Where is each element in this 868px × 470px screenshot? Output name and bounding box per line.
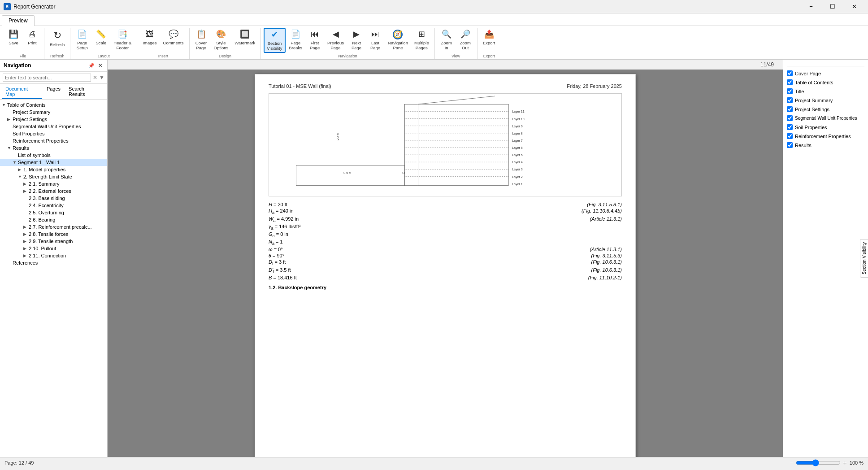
tree-item-strength-ls[interactable]: ▼ 2. Strength Limit State [0,173,107,180]
checkbox-soil-props[interactable] [787,124,793,130]
tree-item-references[interactable]: References [0,259,107,266]
soil-label: Soil Properties [13,131,105,136]
project-settings-toggle[interactable]: ▶ [7,117,13,122]
watermark-label: Watermark [234,40,255,45]
nav-close-button[interactable]: ✕ [96,62,104,69]
cover-page-button[interactable]: 📋 CoverPage [192,28,210,52]
style-options-button[interactable]: 🎨 StyleOptions [211,28,231,52]
tree-item-28-tensile[interactable]: ▶ 2.8. Tensile forces [0,231,107,238]
29-toggle[interactable]: ▶ [23,239,29,244]
svg-text:Layer 6: Layer 6 [512,146,523,150]
print-button[interactable]: 🖨 Print [23,28,41,47]
formulas-grid: H = 20 ft (Fig. 3.11.5.8.1) Ha = 240 in … [269,202,622,280]
save-button[interactable]: 💾 Save [4,28,22,47]
tree-item-model-props[interactable]: ▶ 1. Model properties [0,166,107,173]
tree-item-reinforcement[interactable]: Reinforcement Properties [0,137,107,144]
210-toggle[interactable]: ▶ [23,246,29,251]
page-setup-button[interactable]: 📄 PageSetup [73,28,91,52]
checkbox-segmental-wall[interactable] [787,115,793,121]
checkbox-toc[interactable] [787,79,793,85]
tree-item-25-overturning[interactable]: 2.5. Overturning [0,209,107,216]
images-button[interactable]: 🖼 Images [140,28,159,47]
label-segmental-wall: Segmental Wall Unit Properties [795,116,857,121]
tab-preview[interactable]: Preview [2,15,35,26]
segment1-toggle[interactable]: ▼ [13,160,18,165]
page-setup-icon: 📄 [77,30,87,39]
tree-item-29-tensile-str[interactable]: ▶ 2.9. Tensile strength [0,238,107,245]
nav-pin-button[interactable]: 📌 [88,62,95,69]
document-viewport[interactable]: Tutorial 01 - MSE Wall (final) Friday, 2… [108,70,783,457]
22-ext-toggle[interactable]: ▶ [23,189,29,193]
export-button[interactable]: 📤 Export [480,28,498,47]
nav-pane-button[interactable]: 🧭 NavigationPane [385,28,411,52]
first-page-button[interactable]: ⏮ FirstPage [306,28,324,52]
strength-ls-toggle[interactable]: ▼ [18,174,23,179]
zoom-plus-button[interactable]: + [843,460,847,466]
formula-Ga: Ga = 0 in [269,231,403,238]
section-vis-title: Title [787,87,864,95]
close-button[interactable]: ✕ [844,0,864,13]
tab-search-results[interactable]: Search Results [65,85,105,99]
28-toggle[interactable]: ▶ [23,232,29,236]
search-clear-icon[interactable]: ✕ [93,74,97,81]
tree-item-23-base[interactable]: 2.3. Base sliding [0,195,107,202]
ref-Df: (Fig. 10.6.3.1) [403,259,622,266]
prev-page-button[interactable]: ◀ PreviousPage [325,28,347,52]
checkbox-reinf-props[interactable] [787,133,793,139]
status-bar: Page: 12 / 49 − + 100 % [0,457,868,468]
tree-item-list-symbols[interactable]: List of symbols [0,152,107,159]
results-toggle[interactable]: ▼ [7,146,13,150]
toc-toggle[interactable]: ▼ [2,103,7,107]
tree-item-26-bearing[interactable]: 2.6. Bearing [0,216,107,223]
last-page-button[interactable]: ⏭ LastPage [366,28,384,52]
section-visibility-panel: Cover Page Table of Contents Title Proje… [783,60,868,457]
tree-item-211-connection[interactable]: ▶ 2.11. Connection [0,252,107,259]
search-input[interactable] [3,74,91,82]
checkbox-results[interactable] [787,142,793,148]
search-dropdown-icon[interactable]: ▼ [99,74,104,81]
checkbox-project-summary[interactable] [787,97,793,103]
checkbox-project-settings[interactable] [787,106,793,112]
checkbox-cover-page[interactable] [787,70,793,76]
zoom-in-button[interactable]: 🔍 ZoomIn [438,28,456,52]
21-summary-toggle[interactable]: ▶ [23,182,29,186]
tree-item-results[interactable]: ▼ Results [0,144,107,152]
211-toggle[interactable]: ▶ [23,253,29,258]
tree-item-project-summary[interactable]: Project Summary [0,109,107,116]
maximize-button[interactable]: ☐ [822,0,843,13]
tree-item-24-ecc[interactable]: 2.4. Eccentricity [0,202,107,209]
watermark-button[interactable]: 🔲 Watermark [232,28,258,47]
tab-pages[interactable]: Pages [43,85,64,99]
comments-button[interactable]: 💬 Comments [161,28,187,47]
tree-item-toc[interactable]: ▼ Table of Contents [0,101,107,109]
minimize-button[interactable]: − [801,0,821,13]
multiple-pages-icon: ⊞ [418,30,425,39]
page-breaks-button[interactable]: 📄 PageBreaks [286,28,305,52]
tree-item-project-settings[interactable]: ▶ Project Settings [0,116,107,123]
multiple-pages-button[interactable]: ⊞ MultiplePages [412,28,432,52]
section-visibility-button[interactable]: ✔ SectionVisibility [264,28,285,53]
next-page-button[interactable]: ▶ NextPage [347,28,365,52]
save-icon: 💾 [9,30,18,39]
header-footer-button[interactable]: 📑 Header &Footer [111,28,134,52]
scale-button[interactable]: 📏 Scale [92,28,110,47]
zoom-minus-button[interactable]: − [789,460,793,466]
tree-item-210-pullout[interactable]: ▶ 2.10. Pullout [0,245,107,252]
tree-item-soil-properties[interactable]: Soil Properties [0,130,107,137]
nav-pane-label: NavigationPane [388,40,408,51]
zoom-slider[interactable] [796,459,841,466]
27-toggle[interactable]: ▶ [23,225,29,229]
ribbon-group-file: 💾 Save 🖨 Print File [2,28,44,59]
label-project-summary: Project Summary [795,98,833,103]
refresh-button[interactable]: ↻ Refresh [47,28,67,49]
tree-item-21-summary[interactable]: ▶ 2.1. Summary [0,180,107,187]
model-props-toggle[interactable]: ▶ [18,167,23,172]
tree-item-segment1[interactable]: ▼ Segment 1 - Wall 1 [0,159,107,166]
tree-item-27-reinf[interactable]: ▶ 2.7. Reinforcement precalc... [0,223,107,231]
tab-document-map[interactable]: Document Map [2,85,42,99]
tree-item-22-external[interactable]: ▶ 2.2. External forces [0,187,107,195]
tree-item-segmental-wall[interactable]: Segmental Wall Unit Properties [0,123,107,130]
checkbox-title[interactable] [787,88,793,94]
zoom-out-button[interactable]: 🔎 ZoomOut [456,28,474,52]
section-visibility-tab[interactable]: Section Visibility [860,239,868,278]
